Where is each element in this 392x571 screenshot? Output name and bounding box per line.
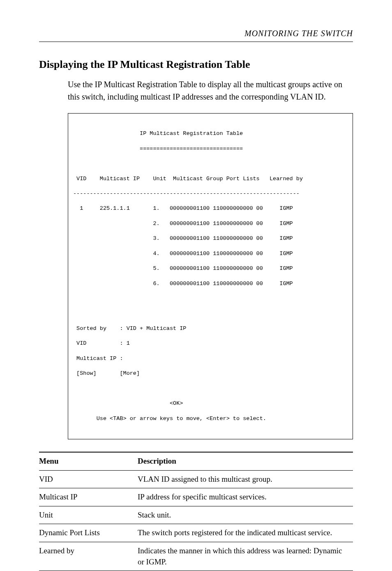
table-row: Multicast IP bbox=[39, 488, 138, 506]
section-heading: Displaying the IP Multicast Registration… bbox=[39, 58, 353, 71]
terminal-output: IP Multicast Registration Table ========… bbox=[68, 113, 353, 439]
terminal-header: VID Multicast IP Unit Multicast Group Po… bbox=[68, 175, 353, 183]
terminal-blank bbox=[68, 295, 353, 302]
table-row: 6. 000000001100 110000000000 00 IGMP bbox=[68, 280, 353, 288]
terminal-divider: ----------------------------------------… bbox=[68, 190, 353, 197]
buttons-line: [Show] [More] bbox=[68, 370, 353, 377]
table-desc: Indicates the manner in which this addre… bbox=[138, 542, 353, 571]
table-row: 5. 000000001100 110000000000 00 IGMP bbox=[68, 265, 353, 272]
table-row: Learned by bbox=[39, 542, 138, 571]
multicastip-line: Multicast IP : bbox=[68, 355, 353, 362]
help-line: Use <TAB> or arrow keys to move, <Enter>… bbox=[68, 415, 353, 422]
table-desc: The switch ports registered for the indi… bbox=[138, 524, 353, 542]
vid-line: VID : 1 bbox=[68, 340, 353, 347]
table-row: 3. 000000001100 110000000000 00 IGMP bbox=[68, 235, 353, 242]
ok-line: <OK> bbox=[68, 400, 353, 407]
terminal-blank bbox=[68, 310, 353, 317]
table-desc: IP address for specific multicast servic… bbox=[138, 488, 353, 506]
table-row: Unit bbox=[39, 506, 138, 524]
table-row: 4. 000000001100 110000000000 00 IGMP bbox=[68, 250, 353, 258]
header-rule bbox=[39, 42, 353, 42]
more-button[interactable]: [More] bbox=[120, 370, 140, 376]
table-row: Dynamic Port Lists bbox=[39, 524, 138, 542]
table-row: VID bbox=[39, 470, 138, 488]
table-desc: Stack unit. bbox=[138, 506, 353, 524]
show-button[interactable]: [Show] bbox=[76, 370, 97, 376]
table-header-desc: Description bbox=[138, 452, 353, 470]
ok-button[interactable]: <OK> bbox=[170, 400, 183, 406]
description-table: Menu Description VIDVLAN ID assigned to … bbox=[39, 452, 353, 571]
terminal-blankline bbox=[68, 160, 353, 167]
sorted-by-line: Sorted by : VID + Multicast IP bbox=[68, 325, 353, 332]
terminal-underline: =============================== bbox=[68, 145, 353, 153]
terminal-blank bbox=[68, 385, 353, 392]
table-row: 1 225.1.1.1 1. 000000001100 110000000000… bbox=[68, 205, 353, 212]
running-header: MONITORING THE SWITCH bbox=[39, 29, 353, 38]
table-desc: VLAN ID assigned to this multicast group… bbox=[138, 470, 353, 488]
table-row: 2. 000000001100 110000000000 00 IGMP bbox=[68, 220, 353, 227]
table-header-menu: Menu bbox=[39, 452, 138, 470]
intro-paragraph: Use the IP Multicast Registration Table … bbox=[68, 78, 353, 103]
terminal-title: IP Multicast Registration Table bbox=[68, 130, 353, 137]
